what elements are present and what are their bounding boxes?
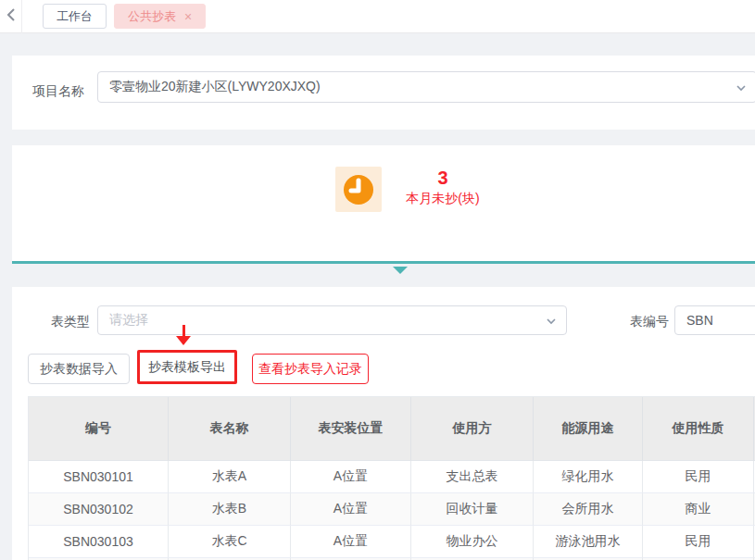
meter-type-label: 表类型 — [51, 314, 90, 330]
project-select-value: 零壹物业20新建小区(LYWY20XJXQ) — [109, 79, 321, 95]
cell: 支出总表 — [411, 461, 534, 493]
export-template-label: 抄表模板导出 — [148, 359, 226, 376]
table-row: SBN030101 水表A A位置 支出总表 绿化用水 民用 — [29, 461, 755, 493]
cell: 民用 — [643, 461, 754, 493]
chevron-down-icon — [546, 316, 557, 327]
project-name-label: 项目名称 — [32, 83, 84, 100]
project-select[interactable]: 零壹物业20新建小区(LYWY20XJXQ) — [97, 71, 755, 103]
col-header: 能源用途 — [534, 397, 643, 461]
cell: SBN030102 — [29, 493, 169, 526]
annotation-arrow-icon — [176, 325, 191, 346]
clock-icon — [342, 173, 375, 206]
stat-panel: 3 本月未抄(块) — [12, 145, 755, 264]
col-header: 表名称 — [169, 397, 291, 461]
tab-workbench-label: 工作台 — [57, 8, 93, 25]
stat-block: 3 本月未抄(块) — [383, 168, 503, 207]
cell: A位置 — [291, 493, 411, 526]
project-panel: 项目名称 零壹物业20新建小区(LYWY20XJXQ) — [12, 56, 755, 130]
import-data-label: 抄表数据导入 — [40, 361, 118, 378]
cell: 物业办公 — [411, 526, 534, 558]
tab-bar: 工作台 公共抄表 × — [0, 0, 755, 33]
stat-icon-box — [335, 167, 382, 212]
cell: 水表A — [169, 461, 291, 493]
cell: A位置 — [291, 461, 411, 493]
col-header: 使用方 — [411, 397, 534, 461]
view-import-records-label: 查看抄表导入记录 — [258, 361, 362, 378]
cell: SBN030101 — [29, 461, 169, 493]
meter-type-select[interactable]: 请选择 — [97, 305, 567, 335]
cell: A位置 — [291, 526, 411, 558]
tab-workbench[interactable]: 工作台 — [43, 4, 107, 29]
chevron-left-icon — [6, 8, 15, 25]
meter-no-label: 表编号 — [630, 314, 669, 330]
cell: 水表C — [169, 526, 291, 558]
col-header: 使用性质 — [643, 397, 754, 461]
close-icon[interactable]: × — [184, 10, 192, 23]
cell: 游泳池用水 — [534, 526, 643, 558]
tab-public-reading-label: 公共抄表 — [128, 8, 176, 25]
cell: 会所用水 — [534, 493, 643, 526]
table-row: SBN030102 水表B A位置 回收计量 会所用水 商业 — [29, 493, 755, 526]
page: 工作台 公共抄表 × 项目名称 零壹物业20新建小区(LYWY20XJXQ) — [0, 0, 755, 560]
meter-table: 编号 表名称 表安装位置 使用方 能源用途 使用性质 SBN030101 水表A… — [28, 396, 755, 560]
back-button[interactable] — [0, 0, 22, 33]
cell: 商业 — [643, 493, 754, 526]
stat-label: 本月未抄(块) — [383, 191, 503, 207]
table-header-row: 编号 表名称 表安装位置 使用方 能源用途 使用性质 — [29, 397, 755, 461]
meter-no-value: SBN — [686, 313, 713, 328]
cell: SBN030103 — [29, 526, 169, 558]
meter-type-placeholder: 请选择 — [109, 312, 148, 329]
tab-public-reading[interactable]: 公共抄表 × — [114, 4, 206, 29]
cell: 回收计量 — [411, 493, 534, 526]
col-header: 编号 — [29, 397, 169, 461]
stat-value: 3 — [383, 168, 503, 188]
meter-no-input[interactable]: SBN — [674, 305, 755, 335]
export-template-button[interactable]: 抄表模板导出 — [137, 350, 237, 384]
cell: 绿化用水 — [534, 461, 643, 493]
table-row: SBN030103 水表C A位置 物业办公 游泳池用水 民用 — [29, 526, 755, 558]
chevron-down-icon — [736, 82, 747, 93]
cell: 水表B — [169, 493, 291, 526]
section-pointer-triangle — [393, 267, 408, 274]
cell: 民用 — [643, 526, 754, 558]
import-data-button[interactable]: 抄表数据导入 — [28, 354, 130, 384]
view-import-records-button[interactable]: 查看抄表导入记录 — [252, 354, 369, 384]
col-header: 表安装位置 — [291, 397, 411, 461]
